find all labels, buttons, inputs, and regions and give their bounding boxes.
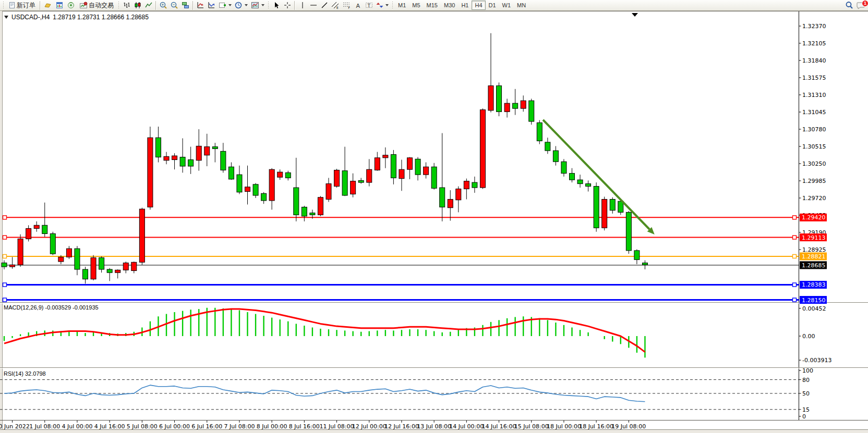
- bar-chart-button[interactable]: [121, 1, 132, 10]
- svg-text:A: A: [356, 3, 360, 9]
- tab-timeframe-H1[interactable]: H1: [458, 1, 472, 10]
- toolbar-grip[interactable]: [391, 1, 394, 9]
- macd-values: -0.003529 -0.001935: [45, 304, 98, 311]
- svg-text:1.28383: 1.28383: [802, 281, 826, 288]
- auto-trading-icon: [79, 2, 88, 9]
- zoom-out-button[interactable]: [169, 1, 180, 10]
- horizontal-line-button[interactable]: [308, 1, 319, 10]
- market-watch-button[interactable]: [54, 1, 65, 10]
- svg-text:7 Jul 08:00: 7 Jul 08:00: [224, 423, 255, 430]
- svg-text:1.30250: 1.30250: [802, 160, 826, 167]
- tab-timeframe-H4[interactable]: H4: [472, 1, 485, 10]
- tab-timeframe-M30[interactable]: M30: [441, 1, 458, 10]
- rsi-value: 32.0798: [25, 370, 46, 377]
- svg-text:1.29720: 1.29720: [802, 195, 826, 202]
- toolbar-grip[interactable]: [2, 1, 5, 9]
- svg-text:T: T: [367, 3, 371, 8]
- signal-icon-button[interactable]: [65, 1, 77, 10]
- tab-timeframe-MN[interactable]: MN: [514, 1, 529, 10]
- svg-text:1.28925: 1.28925: [802, 246, 826, 253]
- vertical-line-button[interactable]: [297, 1, 308, 10]
- indicator-window-button[interactable]: [195, 1, 206, 10]
- candlestick-chart-button[interactable]: [132, 1, 143, 10]
- zoom-in-button[interactable]: [158, 1, 169, 10]
- tile-windows-button[interactable]: [180, 1, 191, 10]
- periods-button[interactable]: [233, 1, 249, 10]
- svg-text:0.00452: 0.00452: [802, 305, 826, 312]
- macd-indicator-label: MACD(12,26,9) -0.003529 -0.001935: [4, 304, 99, 311]
- mt4-application: 新订单 自动交易 E F A T: [0, 0, 868, 433]
- svg-text:1.31575: 1.31575: [802, 75, 826, 81]
- chart-window: 1.323701.321051.318401.315751.313101.310…: [0, 11, 868, 433]
- svg-text:8 Jul 00:00: 8 Jul 00:00: [257, 423, 287, 430]
- svg-text:1.32105: 1.32105: [802, 40, 826, 47]
- rsi-indicator-label: RSI(14) 32.0798: [4, 370, 46, 377]
- rsi-name: RSI(14): [4, 370, 23, 377]
- svg-text:1.32370: 1.32370: [802, 23, 826, 30]
- dropdown-caret: [385, 4, 389, 6]
- tab-timeframe-M15[interactable]: M15: [424, 1, 441, 10]
- gold-button[interactable]: [42, 1, 54, 10]
- svg-text:18 Jul 16:00: 18 Jul 16:00: [579, 423, 613, 430]
- tab-timeframe-D1[interactable]: D1: [486, 1, 499, 10]
- line-chart-button[interactable]: [143, 1, 154, 10]
- tab-timeframe-W1[interactable]: W1: [499, 1, 514, 10]
- add-indicator-button[interactable]: [217, 1, 233, 10]
- svg-text:30 Jun 2022: 30 Jun 2022: [0, 423, 30, 430]
- svg-text:1.28150: 1.28150: [802, 297, 826, 304]
- svg-text:19 Jul 08:00: 19 Jul 08:00: [611, 423, 646, 430]
- equidistant-channel-button[interactable]: E: [330, 1, 341, 10]
- auto-trading-button[interactable]: 自动交易: [77, 1, 116, 10]
- trend-line-button[interactable]: [319, 1, 330, 10]
- templates-button[interactable]: [249, 1, 266, 10]
- macd-name: MACD(12,26,9): [4, 304, 43, 311]
- dropdown-caret: [245, 4, 248, 6]
- symbol-timeframe-label: USDCAD-,H4: [11, 14, 50, 21]
- indicator-list-button[interactable]: [206, 1, 217, 10]
- notification-badge: 1: [862, 0, 868, 7]
- tab-timeframe-M5[interactable]: M5: [409, 1, 423, 10]
- svg-text:15: 15: [802, 406, 810, 413]
- new-order-button[interactable]: 新订单: [6, 1, 38, 10]
- new-order-icon: [8, 2, 16, 9]
- svg-text:13 Jul 08:00: 13 Jul 08:00: [417, 423, 451, 430]
- svg-text:-0.003913: -0.003913: [802, 357, 831, 364]
- svg-text:1.28685: 1.28685: [802, 262, 826, 269]
- search-button[interactable]: [843, 1, 855, 10]
- svg-text:6 Jul 00:00: 6 Jul 00:00: [159, 423, 190, 430]
- svg-text:1.29420: 1.29420: [802, 214, 826, 221]
- svg-text:1.31310: 1.31310: [802, 92, 826, 98]
- text-label-button[interactable]: T: [364, 1, 375, 10]
- svg-text:15 Jul 08:00: 15 Jul 08:00: [514, 423, 549, 430]
- ohlc-values: 1.28719 1.28731 1.28666 1.28685: [53, 14, 149, 21]
- arrows-button[interactable]: [375, 1, 390, 10]
- cursor-button[interactable]: [271, 1, 282, 10]
- svg-text:1 Jul 08:00: 1 Jul 08:00: [29, 423, 60, 430]
- svg-text:1.30515: 1.30515: [802, 143, 826, 150]
- tab-timeframe-M1[interactable]: M1: [395, 1, 409, 10]
- svg-text:1.29985: 1.29985: [802, 178, 826, 184]
- symbol-dropdown-icon[interactable]: [4, 16, 8, 19]
- svg-text:12 Jul 00:00: 12 Jul 00:00: [352, 423, 387, 430]
- svg-text:80: 80: [802, 377, 810, 383]
- svg-text:1.31840: 1.31840: [802, 57, 826, 64]
- svg-text:18 Jul 00:00: 18 Jul 00:00: [547, 423, 581, 430]
- toolbar-grip[interactable]: [117, 1, 120, 9]
- text-button[interactable]: A: [353, 1, 364, 10]
- svg-text:1.29113: 1.29113: [802, 234, 826, 241]
- dropdown-caret: [261, 4, 264, 6]
- svg-text:E: E: [336, 6, 339, 9]
- notifications-button[interactable]: 1: [855, 1, 867, 10]
- svg-text:4 Jul 00:00: 4 Jul 00:00: [62, 423, 92, 430]
- crosshair-button[interactable]: [282, 1, 293, 10]
- svg-text:14 Jul 16:00: 14 Jul 16:00: [482, 423, 516, 430]
- svg-text:12 Jul 16:00: 12 Jul 16:00: [384, 423, 419, 430]
- toolbar: 新订单 自动交易 E F A T: [0, 0, 868, 11]
- toolbar-grip[interactable]: [267, 1, 270, 9]
- fibonacci-button[interactable]: F: [341, 1, 353, 10]
- chart-title: USDCAD-,H4 1.28719 1.28731 1.28666 1.286…: [4, 14, 149, 21]
- new-order-label: 新订单: [17, 1, 35, 10]
- svg-text:1.28821: 1.28821: [802, 253, 826, 260]
- svg-text:0: 0: [802, 413, 806, 420]
- svg-text:14 Jul 00:00: 14 Jul 00:00: [449, 423, 484, 430]
